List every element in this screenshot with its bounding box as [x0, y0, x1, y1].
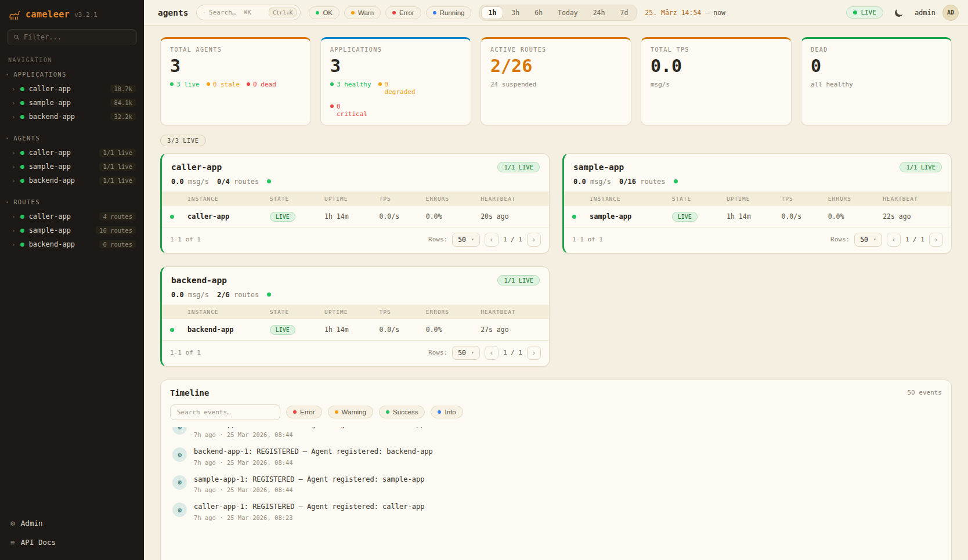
app-cards-grid: caller-app 1/1 LIVE 0.0 msg/s 0/4 routes…	[160, 153, 952, 367]
app-card-sample-app: sample-app 1/1 LIVE 0.0 msg/s 0/16 route…	[562, 153, 952, 254]
status-filter-chips: OK Warn Error Running	[309, 6, 471, 19]
sidebar-item-admin[interactable]: ⚙ Admin	[0, 514, 144, 533]
chevron-down-icon: ▾	[471, 237, 474, 242]
filter-chip-warn[interactable]: Warn	[344, 6, 381, 19]
state-badge: LIVE	[270, 212, 295, 222]
rows-per-page-select[interactable]: 50▾	[854, 233, 882, 247]
stat-label: TOTAL TPS	[651, 46, 782, 53]
sidebar-item-applications-backend-app[interactable]: › backend-app 32.2k	[0, 110, 144, 124]
range-button-3h[interactable]: 3h	[504, 6, 526, 19]
col-instance: INSTANCE	[187, 196, 270, 202]
global-search-input[interactable]	[209, 9, 265, 16]
instance-row[interactable]: caller-app LIVE 1h 14m 0.0/s 0.0% 20s ag…	[162, 206, 549, 227]
sidebar-item-badge: 4 routes	[99, 212, 136, 221]
range-button-6h[interactable]: 6h	[528, 6, 550, 19]
rows-per-page-select[interactable]: 50▾	[452, 346, 480, 360]
instance-row[interactable]: backend-app LIVE 1h 14m 0.0/s 0.0% 27s a…	[162, 319, 549, 341]
status-dot	[170, 215, 174, 219]
timeline-filter-success[interactable]: Success	[379, 406, 425, 418]
app-card-title: sample-app	[573, 162, 624, 172]
routes-label: routes	[234, 291, 259, 299]
sidebar-item-agents-backend-app[interactable]: › backend-app 1/1 live	[0, 174, 144, 187]
timeline-search[interactable]	[170, 404, 280, 420]
sidebar-item-routes-caller-app[interactable]: › caller-app 4 routes	[0, 209, 144, 223]
filter-chip-error[interactable]: Error	[385, 6, 421, 19]
prev-page-button[interactable]: ‹	[485, 346, 499, 360]
timeline-filter-info[interactable]: Info	[431, 406, 463, 418]
prev-page-button[interactable]: ‹	[887, 233, 901, 247]
status-dot	[20, 243, 24, 247]
timeline-event-list[interactable]: ⚙ caller-app-1: REGISTERED — Agent regis…	[170, 427, 942, 560]
cell-tps: 0.0/s	[781, 212, 828, 221]
user-name: admin	[915, 9, 936, 17]
timeline-event: ⚙ backend-app-1: REGISTERED — Agent regi…	[170, 443, 942, 471]
cell-errors: 0.0%	[426, 326, 481, 334]
event-text: caller-app-1: REGISTERED — Agent registe…	[194, 427, 424, 429]
timeline-filter-warning[interactable]: Warning	[328, 406, 373, 418]
col-tps: TPS	[379, 309, 425, 315]
filter-chip-ok[interactable]: OK	[309, 6, 339, 19]
chevron-right-icon: ›	[12, 150, 16, 156]
sidebar-item-applications-caller-app[interactable]: › caller-app 10.7k	[0, 82, 144, 96]
cell-heartbeat: 22s ago	[883, 212, 943, 221]
logo: cameleer v3.2.1	[0, 8, 144, 29]
prev-page-button[interactable]: ‹	[485, 233, 499, 247]
next-page-button[interactable]: ›	[527, 233, 541, 247]
status-dot	[438, 410, 441, 414]
sidebar-footer-label: Admin	[21, 519, 43, 528]
tps-value: 0.0	[171, 178, 184, 186]
next-page-button[interactable]: ›	[929, 233, 943, 247]
rows-value: 50	[860, 236, 868, 244]
range-button-7d[interactable]: 7d	[613, 6, 635, 19]
range-button-24h[interactable]: 24h	[586, 6, 612, 19]
range-button-1h[interactable]: 1h	[481, 6, 503, 19]
sidebar-item-agents-caller-app[interactable]: › caller-app 1/1 live	[0, 146, 144, 160]
gear-icon: ⚙	[172, 503, 187, 517]
timeline-search-input[interactable]	[177, 409, 273, 416]
sidebar-section-agents: ▾ AGENTS › caller-app 1/1 live › sample-…	[0, 133, 144, 187]
chevron-right-icon: ›	[12, 178, 16, 184]
chip-label: Running	[440, 9, 465, 16]
sidebar-filter-input[interactable]	[24, 33, 131, 41]
avatar[interactable]: AD	[942, 5, 959, 21]
sidebar-section-head-agents[interactable]: ▾ AGENTS	[0, 133, 144, 146]
chevron-right-icon: ›	[12, 164, 16, 170]
sidebar-item-routes-backend-app[interactable]: › backend-app 6 routes	[0, 237, 144, 251]
sidebar-section-head-applications[interactable]: ▾ APPLICATIONS	[0, 69, 144, 82]
col-heartbeat: HEARTBEAT	[481, 196, 541, 202]
stat-sub-text: 3 live	[176, 81, 200, 88]
overall-live-row: 3/3 LIVE	[160, 135, 952, 146]
section-label: AGENTS	[13, 135, 40, 142]
timeline-filter-error[interactable]: Error	[286, 406, 322, 418]
rows-label: Rows:	[428, 349, 447, 356]
instance-row[interactable]: sample-app LIVE 1h 14m 0.0/s 0.0% 22s ag…	[564, 206, 951, 227]
rows-per-page-select[interactable]: 50▾	[452, 233, 480, 247]
next-page-button[interactable]: ›	[527, 346, 541, 360]
status-dot	[20, 229, 24, 233]
dark-mode-toggle[interactable]	[890, 4, 908, 21]
sidebar-item-api-docs[interactable]: ≡ API Docs	[0, 533, 144, 552]
topbar-right: LIVE admin AD	[846, 4, 959, 21]
sidebar-item-applications-sample-app[interactable]: › sample-app 84.1k	[0, 96, 144, 110]
timeline-card: Timeline 50 events Error Warning	[160, 380, 952, 560]
chip-label: Info	[445, 409, 456, 416]
table-footer: 1-1 of 1 Rows: 50▾ ‹ 1 / 1 ›	[162, 227, 549, 253]
caret-down-icon: ▾	[6, 200, 9, 205]
sidebar-filter[interactable]	[7, 29, 137, 45]
filter-chip-running[interactable]: Running	[426, 6, 472, 19]
status-dot	[330, 104, 334, 108]
range-button-today[interactable]: Today	[551, 6, 585, 19]
sidebar-section-head-routes[interactable]: ▾ ROUTES	[0, 197, 144, 209]
status-dot	[20, 87, 24, 91]
chip-label: Error	[399, 9, 414, 16]
timeline-title: Timeline	[170, 388, 209, 398]
table-footer: 1-1 of 1 Rows: 50▾ ‹ 1 / 1 ›	[564, 227, 951, 253]
chip-label: Success	[393, 409, 418, 416]
range-from: 25. März 14:54	[645, 9, 701, 17]
global-search[interactable]: Ctrl+K	[196, 5, 301, 20]
stat-value: 3	[170, 57, 301, 75]
stat-value: 2/26	[490, 57, 622, 75]
sidebar-item-agents-sample-app[interactable]: › sample-app 1/1 live	[0, 160, 144, 174]
sidebar-item-routes-sample-app[interactable]: › sample-app 16 routes	[0, 223, 144, 237]
date-range-display[interactable]: 25. März 14:54 — now	[645, 9, 725, 17]
